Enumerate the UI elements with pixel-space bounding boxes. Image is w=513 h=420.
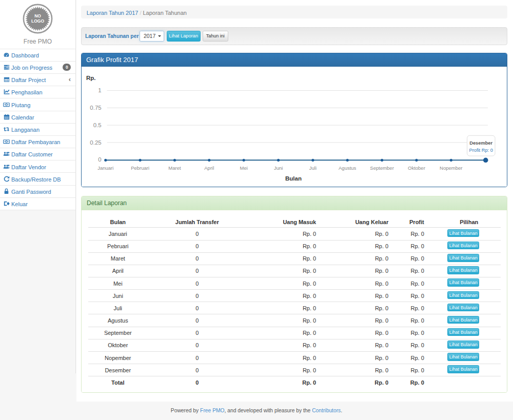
- svg-text:September: September: [370, 165, 394, 171]
- svg-text:Juli: Juli: [309, 165, 317, 171]
- svg-text:Desember: Desember: [470, 141, 493, 146]
- svg-text:Juni: Juni: [274, 165, 283, 171]
- svg-text:Bulan: Bulan: [285, 175, 302, 182]
- svg-text:0.5: 0.5: [93, 122, 102, 128]
- svg-text:April: April: [205, 165, 214, 171]
- svg-text:Nopember: Nopember: [440, 165, 463, 171]
- svg-text:Oktober: Oktober: [408, 165, 425, 171]
- svg-text:Rp.: Rp.: [86, 75, 96, 81]
- svg-text:Maret: Maret: [169, 165, 182, 171]
- svg-text:Januari: Januari: [98, 165, 114, 171]
- svg-text:1: 1: [98, 87, 102, 93]
- svg-text:Mei: Mei: [240, 165, 248, 171]
- svg-text:0: 0: [98, 156, 102, 163]
- svg-text:LOGO: LOGO: [31, 18, 44, 24]
- svg-text:Agustus: Agustus: [339, 165, 357, 171]
- svg-text:Pebruari: Pebruari: [131, 165, 150, 171]
- svg-text:NO: NO: [34, 13, 41, 18]
- svg-text:Profit Rp: 0: Profit Rp: 0: [469, 148, 494, 153]
- svg-text:0.25: 0.25: [90, 139, 102, 146]
- svg-text:0.75: 0.75: [90, 105, 102, 111]
